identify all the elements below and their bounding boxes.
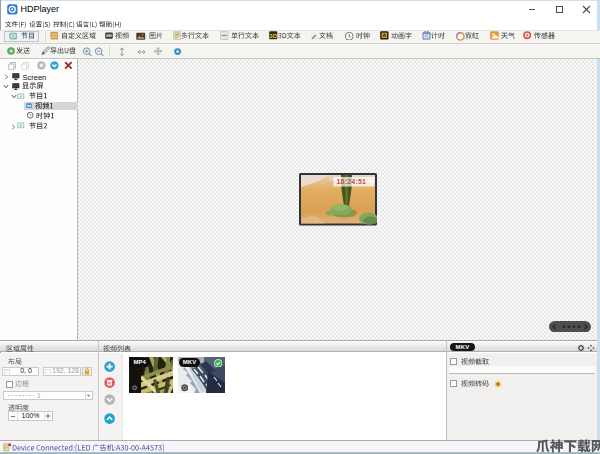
svg-text:3D: 3D <box>269 33 277 39</box>
